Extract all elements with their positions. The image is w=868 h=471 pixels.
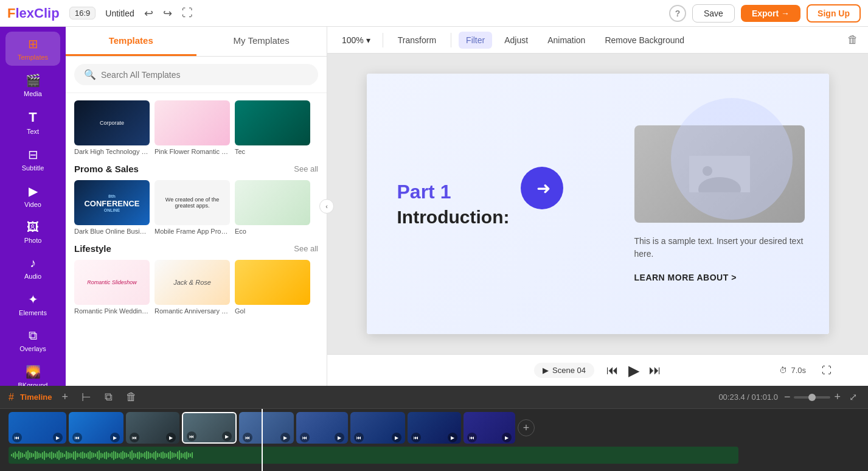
template-card-anniversary[interactable]: Jack & Rose Romantic Anniversary Collage… xyxy=(155,260,230,315)
clip-04-active[interactable]: ⏮ ▶ xyxy=(182,412,237,444)
sidebar-item-overlays[interactable]: ⧉ Overlays xyxy=(5,324,60,357)
undo-button[interactable]: ↩ xyxy=(142,4,156,23)
template-card-tec[interactable]: Tec xyxy=(235,100,310,155)
play-overlay-button[interactable]: ➜ xyxy=(521,167,563,209)
clip-09-back[interactable]: ⏮ xyxy=(467,433,477,442)
bkground-icon: 🌄 xyxy=(26,365,41,379)
timeline-label: Timeline xyxy=(20,392,52,402)
sidebar-item-audio[interactable]: ♪ Audio xyxy=(5,251,60,285)
play-pause-button[interactable]: ▶ xyxy=(628,362,639,379)
clip-08-play[interactable]: ▶ xyxy=(448,433,457,442)
clip-06[interactable]: ⏮ ▶ xyxy=(296,412,348,444)
template-card-eco[interactable]: Eco xyxy=(235,180,310,235)
sidebar-item-text[interactable]: T Text xyxy=(5,105,60,140)
play-arrow-icon: ➜ xyxy=(536,178,550,198)
template-card-gold[interactable]: Gol xyxy=(235,260,310,315)
help-button[interactable]: ? xyxy=(669,5,686,22)
skip-back-button[interactable]: ⏮ xyxy=(606,363,619,377)
template-card-conf[interactable]: 8th CONFERENCE ONLINE Dark Blue Online B… xyxy=(74,180,150,235)
template-name-tech1: Dark High Technology Corporate... xyxy=(74,148,150,155)
panel-collapse[interactable]: ‹ xyxy=(319,199,334,214)
clip-07[interactable]: ⏮ ▶ xyxy=(350,412,405,444)
clip-06-back[interactable]: ⏮ xyxy=(300,433,310,442)
aspect-ratio-badge[interactable]: 16:9 xyxy=(69,7,95,19)
clip-02-back[interactable]: ⏮ xyxy=(72,433,82,442)
audio-waveform xyxy=(9,447,738,464)
export-button[interactable]: Export → xyxy=(741,5,800,22)
clip-01-play[interactable]: ▶ xyxy=(53,433,63,442)
skip-forward-button[interactable]: ⏭ xyxy=(649,363,661,377)
sidebar-item-subtitle[interactable]: ⊟ Subtitle xyxy=(5,142,60,176)
redo-button[interactable]: ↪ xyxy=(161,4,175,23)
text-icon: T xyxy=(29,110,36,125)
clip-09-play[interactable]: ▶ xyxy=(502,433,512,442)
clip-04-play[interactable]: ▶ xyxy=(222,431,232,441)
template-card-phone[interactable]: We created one of the greatest apps. Mob… xyxy=(155,180,230,235)
clip-08-back[interactable]: ⏮ xyxy=(411,433,421,442)
fullscreen-button[interactable]: ⛶ xyxy=(179,4,195,22)
sidebar-label-video: Video xyxy=(24,201,41,208)
clip-05-play[interactable]: ▶ xyxy=(280,433,290,442)
template-name-gold: Gol xyxy=(235,307,310,315)
search-input[interactable] xyxy=(101,70,308,80)
screenshot-button[interactable]: ⛶ xyxy=(822,365,832,376)
clip-01[interactable]: ⏮ ▶ xyxy=(9,412,66,444)
tab-templates[interactable]: Templates xyxy=(66,27,196,56)
scene-badge: ▶ Scene 04 xyxy=(534,363,594,378)
timeline-add-scene-button[interactable]: + xyxy=(58,389,72,405)
clip-05[interactable]: ⏮ ▶ xyxy=(239,412,294,444)
template-thumb-anniversary: Jack & Rose xyxy=(155,260,230,305)
adjust-button[interactable]: Adjust xyxy=(497,32,535,49)
timeline-copy-button[interactable]: ⧉ xyxy=(101,389,116,405)
sidebar-label-photo: Photo xyxy=(24,237,42,244)
sidebar-item-templates[interactable]: ⊞ Templates xyxy=(5,32,60,66)
add-clip-button[interactable]: + xyxy=(518,419,535,436)
zoom-out-button[interactable]: − xyxy=(784,391,791,403)
clip-02-play[interactable]: ▶ xyxy=(110,433,120,442)
zoom-control[interactable]: 100% ▾ xyxy=(337,33,375,47)
save-button[interactable]: Save xyxy=(692,4,735,23)
template-card-wedding1[interactable]: Pink Flower Romantic Wedding ... xyxy=(155,100,230,155)
tab-my-templates[interactable]: My Templates xyxy=(196,27,327,56)
see-all-lifestyle[interactable]: See all xyxy=(294,244,318,253)
transform-button[interactable]: Transform xyxy=(391,32,443,49)
template-card-tech1[interactable]: Corporate Dark High Technology Corporate… xyxy=(74,100,150,155)
zoom-slider[interactable] xyxy=(794,396,830,399)
sidebar-item-video[interactable]: ▶ Video xyxy=(5,179,60,213)
sidebar-item-photo[interactable]: 🖼 Photo xyxy=(5,215,60,249)
clip-03-back[interactable]: ⏮ xyxy=(130,433,139,442)
clip-09[interactable]: ⏮ ▶ xyxy=(464,412,515,444)
sidebar-item-media[interactable]: 🎬 Media xyxy=(5,68,60,102)
clip-03-play[interactable]: ▶ xyxy=(166,433,176,442)
panel-content: Corporate Dark High Technology Corporate… xyxy=(66,93,327,386)
sidebar-label-subtitle: Subtitle xyxy=(22,164,44,172)
scene-intro-label: Introduction: xyxy=(397,207,598,228)
timeline-delete-clip-button[interactable]: 🗑 xyxy=(122,389,141,405)
clip-02[interactable]: ⏮ ▶ xyxy=(69,412,123,444)
clip-04-back[interactable]: ⏮ xyxy=(187,431,196,441)
scene-background: Part 1 Introduction: xyxy=(367,74,829,334)
clip-03[interactable]: ⏮ ▶ xyxy=(126,412,179,444)
clip-08[interactable]: ⏮ ▶ xyxy=(408,412,461,444)
timeline-expand-button[interactable]: ⤢ xyxy=(847,389,859,405)
sidebar-item-elements[interactable]: ✦ Elements xyxy=(5,287,60,321)
delete-button[interactable]: 🗑 xyxy=(847,33,858,46)
clip-06-play[interactable]: ▶ xyxy=(335,433,344,442)
play-icon-small: ▶ xyxy=(543,366,549,375)
clip-09-controls: ⏮ ▶ xyxy=(465,433,514,442)
collapse-icon[interactable]: ‹ xyxy=(319,199,334,214)
clip-05-back[interactable]: ⏮ xyxy=(243,433,252,442)
template-card-rom-wedding[interactable]: Romantic Slideshow Romantic Pink Wedding… xyxy=(74,260,150,315)
templates-panel: Templates My Templates 🔍 Corporate Dark … xyxy=(66,27,327,386)
signup-button[interactable]: Sign Up xyxy=(807,4,861,23)
animation-button[interactable]: Animation xyxy=(540,32,592,49)
timeline-split-button[interactable]: ⊢ xyxy=(78,389,95,405)
clip-07-play[interactable]: ▶ xyxy=(392,433,401,442)
filter-button[interactable]: Filter xyxy=(459,32,492,49)
zoom-in-button[interactable]: + xyxy=(834,391,841,403)
see-all-promo[interactable]: See all xyxy=(294,164,318,173)
remove-bg-button[interactable]: Remove Background xyxy=(597,32,692,49)
sidebar-item-bkground[interactable]: 🌄 BKground xyxy=(5,360,60,386)
clip-01-back[interactable]: ⏮ xyxy=(12,433,22,442)
clip-07-back[interactable]: ⏮ xyxy=(354,433,364,442)
